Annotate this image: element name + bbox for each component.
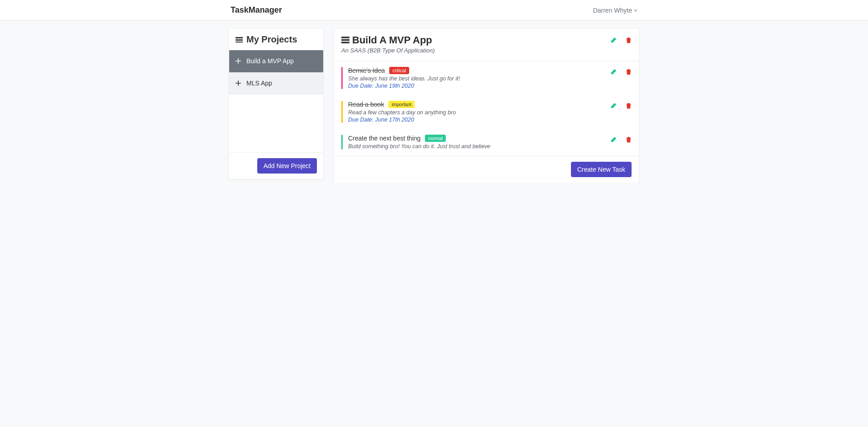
move-icon[interactable] (236, 80, 241, 86)
project-list-wrap: Build a MVP AppMLS App (229, 50, 323, 152)
tasks-icon (341, 36, 349, 44)
delete-project-button[interactable] (626, 37, 632, 43)
task-title-row: Read a bookimportant (348, 101, 610, 108)
project-list[interactable]: Build a MVP AppMLS App (229, 50, 323, 152)
project-item[interactable]: MLS App (229, 72, 323, 94)
navbar: TaskManager Darren Whyte (0, 0, 868, 21)
task-priority-badge: important (388, 101, 415, 108)
task-priority-badge: normal (425, 135, 446, 142)
task-priority-bar (341, 135, 343, 150)
project-item-label: Build a MVP App (246, 57, 294, 65)
chevron-down-icon (634, 9, 637, 12)
navbar-inner: TaskManager Darren Whyte (231, 5, 637, 15)
task-title: Create the next best thing (348, 135, 420, 142)
panel-subtitle: An SAAS (B2B Type Of Application) (341, 47, 610, 54)
task-actions (610, 101, 632, 109)
svg-rect-0 (236, 37, 243, 38)
task-priority-bar (341, 101, 343, 123)
task-list: Bernie's IdeacriticalShe always has the … (334, 61, 639, 156)
edit-project-button[interactable] (610, 37, 617, 43)
delete-task-button[interactable] (626, 103, 632, 109)
panel-title: Build A MVP App (352, 34, 432, 46)
svg-rect-1 (236, 39, 243, 41)
move-icon[interactable] (236, 58, 241, 64)
task-actions (610, 135, 632, 143)
sidebar-footer: Add New Project (229, 152, 323, 179)
task-body: Create the next best thingnormalBuild so… (348, 135, 610, 150)
tasks-panel: Build A MVP App An SAAS (B2B Type Of App… (334, 29, 639, 183)
task-description: Read a few chapters a day on anything br… (348, 109, 610, 116)
edit-task-button[interactable] (610, 69, 617, 75)
user-name: Darren Whyte (593, 7, 632, 14)
task-title-row: Bernie's Ideacritical (348, 67, 610, 74)
create-task-button[interactable]: Create New Task (571, 162, 632, 177)
task-description: She always has the best ideas. Just go f… (348, 75, 610, 82)
task-priority-badge: critical (389, 67, 409, 74)
task-title: Read a book (348, 101, 384, 108)
task-priority-bar (341, 67, 343, 89)
task-due-date: Due Date: June 19th 2020 (348, 83, 610, 89)
navbar-brand[interactable]: TaskManager (231, 5, 282, 15)
task-body: Bernie's IdeacriticalShe always has the … (348, 67, 610, 89)
task-item: Create the next best thingnormalBuild so… (334, 129, 639, 156)
panel-footer: Create New Task (334, 156, 639, 183)
project-item[interactable]: Build a MVP App (229, 50, 323, 72)
main-container: My Projects Build a MVP AppMLS App Add N… (0, 21, 868, 183)
task-title: Bernie's Idea (348, 67, 385, 74)
user-menu[interactable]: Darren Whyte (593, 7, 637, 14)
svg-rect-5 (341, 42, 349, 43)
panel-header: Build A MVP App An SAAS (B2B Type Of App… (334, 29, 639, 61)
sidebar-title: My Projects (246, 34, 297, 45)
delete-task-button[interactable] (626, 136, 632, 143)
add-project-button[interactable]: Add New Project (257, 158, 317, 174)
panel-actions (610, 34, 632, 43)
edit-task-button[interactable] (610, 136, 617, 143)
task-title-row: Create the next best thingnormal (348, 135, 610, 142)
tasks-icon (236, 36, 243, 43)
svg-rect-3 (341, 37, 349, 38)
task-item: Read a bookimportantRead a few chapters … (334, 95, 639, 129)
svg-rect-4 (341, 39, 349, 41)
task-actions (610, 67, 632, 75)
projects-sidebar: My Projects Build a MVP AppMLS App Add N… (229, 29, 323, 179)
svg-rect-2 (236, 42, 243, 42)
sidebar-header: My Projects (229, 29, 323, 50)
task-due-date: Due Date: June 17th 2020 (348, 117, 610, 123)
delete-task-button[interactable] (626, 69, 632, 75)
project-item-label: MLS App (246, 80, 272, 87)
edit-task-button[interactable] (610, 103, 617, 109)
panel-title-row: Build A MVP App (341, 34, 610, 46)
task-description: Build something bro! You can do it. Just… (348, 143, 610, 150)
task-body: Read a bookimportantRead a few chapters … (348, 101, 610, 123)
task-item: Bernie's IdeacriticalShe always has the … (334, 61, 639, 95)
